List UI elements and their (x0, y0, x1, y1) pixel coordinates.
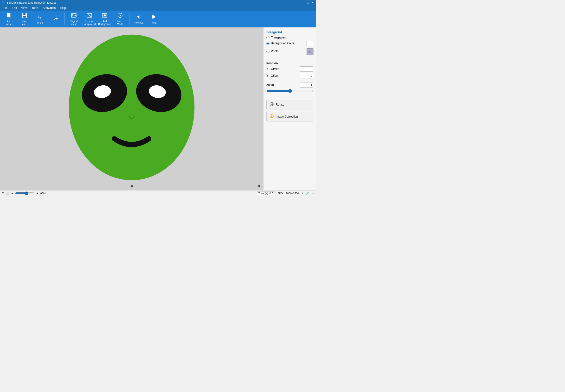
save-icon (21, 12, 28, 19)
previous-button[interactable]: Previous (131, 12, 146, 26)
svg-point-29 (271, 104, 272, 105)
add-background-icon (101, 12, 108, 19)
dimensions-display: 2000x1500 (286, 192, 299, 195)
minimize-button[interactable]: ─ (301, 1, 305, 5)
svg-rect-17 (140, 15, 140, 18)
menu-view[interactable]: View (19, 6, 29, 10)
remove-background-icon (86, 12, 92, 19)
svg-marker-16 (137, 15, 139, 18)
add-background-button[interactable]: AddBackground (98, 12, 112, 26)
position-title: Position (266, 62, 313, 65)
svg-rect-19 (152, 15, 153, 18)
background-color-row: Background Color (266, 41, 313, 46)
titlebar: 🟦 SoftOrbits Background Remover - face.j… (0, 0, 316, 5)
redo-button[interactable] (48, 12, 63, 26)
menu-edit[interactable]: Edit (10, 6, 19, 10)
next-icon (151, 14, 157, 21)
photo-radio[interactable] (266, 50, 270, 53)
time-display: Time (s): 0.0 (257, 191, 275, 195)
menu-file[interactable]: File (1, 6, 9, 10)
menu-softorbits[interactable]: SoftOrbits (41, 6, 58, 10)
zoom-input[interactable] (300, 82, 313, 87)
batch-mode-button[interactable]: BatchMode (113, 12, 127, 26)
add-files-label: AddFile(s)... (5, 20, 14, 26)
canvas-inner (0, 28, 263, 190)
maximize-button[interactable]: □ (305, 1, 309, 5)
remove-background-button[interactable]: RemoveBackground (82, 12, 97, 26)
x-offset-row: X - Offset (266, 66, 313, 72)
photo-preview[interactable] (306, 48, 313, 55)
canvas-area[interactable] (0, 28, 263, 190)
separator-2 (129, 13, 130, 25)
star-icon[interactable]: ☆ (312, 192, 314, 195)
save-as-button[interactable]: Saveas... (17, 12, 32, 26)
zoom-in-icon[interactable]: + (36, 191, 38, 195)
svg-rect-6 (23, 16, 26, 17)
svg-point-26 (308, 51, 310, 52)
selection-icon[interactable]: ⬜ (6, 192, 9, 195)
menubar: File Edit View Tools SoftOrbits Help (0, 5, 316, 11)
original-image-icon (71, 12, 77, 19)
rotate-button[interactable]: Rotate (266, 100, 313, 110)
background-color-radio[interactable] (266, 42, 270, 45)
separator-1 (64, 13, 65, 25)
previous-label: Previous (134, 21, 144, 24)
svg-rect-5 (23, 13, 26, 15)
zoom-row: Zoom (266, 82, 313, 87)
previous-icon (135, 14, 142, 21)
add-files-icon (6, 12, 12, 19)
right-panel: Foregrond Transparent Background Color P… (263, 28, 316, 190)
zoom-slider-status[interactable] (15, 191, 34, 195)
transparent-radio[interactable] (266, 36, 270, 39)
color-preview[interactable] (306, 41, 313, 46)
transparent-label: Transparent (271, 36, 286, 39)
photo-row: Photo (266, 47, 313, 55)
titlebar-controls[interactable]: ─ □ ✕ (301, 1, 314, 5)
bottom-right-handle[interactable] (259, 185, 260, 187)
statusbar-left: ⊡ ⬜ − + 60% (2, 191, 255, 195)
add-files-button[interactable]: AddFile(s)... (2, 12, 16, 26)
original-image-label: OriginalImage (70, 20, 78, 26)
menu-help[interactable]: Help (58, 6, 68, 10)
zoom-fit-icon[interactable]: ⊡ (2, 192, 4, 195)
rotate-label: Rotate (276, 103, 284, 106)
zoom-label: Zoom (266, 83, 274, 86)
rotate-icon (270, 102, 274, 107)
image-correction-label: Image Correction (276, 115, 298, 118)
info-icon[interactable]: ℹ (302, 192, 303, 195)
foreground-title: Foregrond (266, 30, 313, 34)
zoom-out-icon[interactable]: − (11, 191, 13, 195)
y-offset-row: Y - Offset (266, 73, 313, 78)
image-correction-icon (270, 114, 274, 119)
y-offset-input[interactable] (300, 73, 313, 78)
image-correction-button[interactable]: Image Correction (266, 112, 313, 121)
svg-rect-8 (72, 14, 76, 17)
menu-tools[interactable]: Tools (30, 6, 40, 10)
svg-rect-25 (307, 49, 314, 55)
bottom-handle[interactable] (131, 185, 133, 187)
next-label: Next (152, 21, 157, 24)
photo-label: Photo (271, 50, 278, 53)
original-image-button[interactable]: OriginalImage (67, 12, 81, 26)
share-icon[interactable]: 🔗 (305, 192, 309, 195)
divider-2 (266, 97, 313, 98)
close-button[interactable]: ✕ (310, 1, 314, 5)
undo-button[interactable]: Undo (33, 12, 47, 26)
window-title: SoftOrbits Background Remover - face.jpg (7, 1, 57, 4)
zoom-percent: 60% (40, 192, 49, 195)
position-section: Position X - Offset Y - Offset (266, 62, 313, 80)
statusbar: ⊡ ⬜ − + 60% Time (s): 0.0 JPG 2000x1500 … (0, 190, 316, 196)
titlebar-title: 🟦 SoftOrbits Background Remover - face.j… (2, 1, 57, 4)
zoom-section: Zoom (266, 82, 313, 95)
foreground-section: Foregrond Transparent Background Color P… (266, 30, 313, 56)
batch-mode-label: BatchMode (117, 20, 123, 26)
transparent-row: Transparent (266, 36, 313, 39)
svg-point-9 (72, 14, 73, 15)
toolbar: AddFile(s)... Saveas... Undo (0, 11, 316, 28)
undo-label: Undo (37, 21, 43, 24)
app-logo-icon: 🟦 (2, 1, 5, 4)
zoom-slider[interactable] (266, 89, 313, 93)
save-as-label: Saveas... (22, 20, 28, 26)
x-offset-input[interactable] (300, 66, 313, 72)
next-button[interactable]: Next (147, 12, 161, 26)
